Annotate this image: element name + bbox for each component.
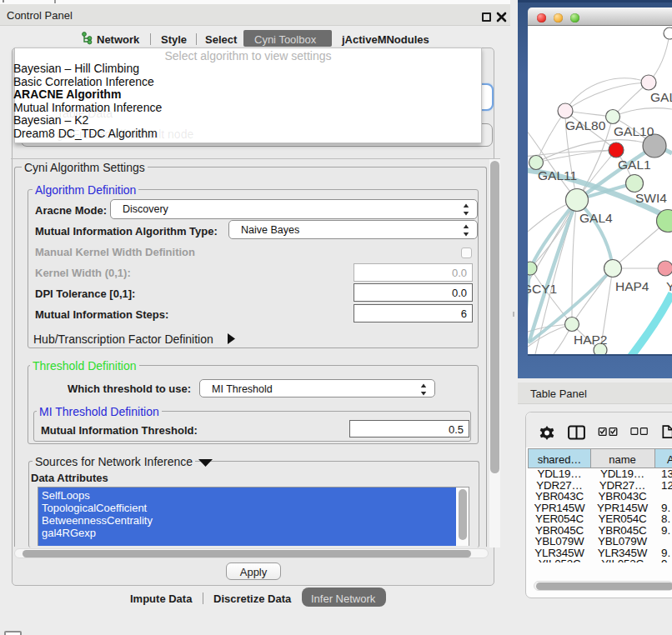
svg-text:Y: Y <box>666 279 672 293</box>
svg-text:GAL4: GAL4 <box>579 211 613 225</box>
svg-text:SWI4: SWI4 <box>635 191 667 205</box>
svg-text:GCY1: GCY1 <box>528 282 557 296</box>
svg-text:GAL80: GAL80 <box>565 118 606 132</box>
svg-text:GAL10: GAL10 <box>614 124 654 138</box>
svg-text:GAL: GAL <box>650 90 672 104</box>
svg-text:GAL1: GAL1 <box>618 158 651 172</box>
svg-text:GAL11: GAL11 <box>538 168 577 182</box>
svg-text:HAP2: HAP2 <box>574 332 608 347</box>
svg-text:HAP4: HAP4 <box>615 279 649 293</box>
